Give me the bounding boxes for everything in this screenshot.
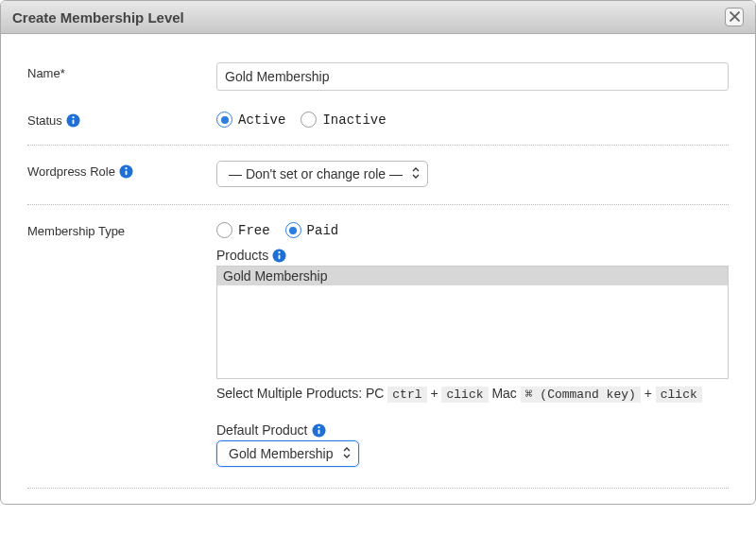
close-button[interactable] xyxy=(725,8,744,26)
label-name: Name* xyxy=(27,62,216,80)
multiselect-hint: Select Multiple Products: PC ctrl + clic… xyxy=(216,383,729,405)
svg-rect-10 xyxy=(318,429,319,434)
status-active-label: Active xyxy=(238,112,285,128)
dialog-title: Create Membership Level xyxy=(12,9,184,26)
membership-type-radio-group: Free Paid xyxy=(216,220,729,238)
dialog: Create Membership Level Name* Status xyxy=(0,0,756,505)
kbd-click: click xyxy=(656,387,702,403)
kbd-click: click xyxy=(441,387,488,403)
membership-type-free-label: Free xyxy=(238,223,270,238)
row-status: Status Active Inactive xyxy=(27,100,729,146)
label-wordpress-role: Wordpress Role xyxy=(27,164,115,179)
hint-text: Mac xyxy=(489,386,521,401)
membership-type-free-radio[interactable]: Free xyxy=(216,222,270,238)
label-membership-type: Membership Type xyxy=(27,224,125,238)
row-membership-type: Membership Type Free Paid Products xyxy=(27,211,729,489)
label-status: Status xyxy=(27,113,62,128)
svg-point-8 xyxy=(279,251,281,253)
svg-rect-7 xyxy=(279,254,281,259)
info-icon[interactable] xyxy=(66,113,80,128)
dialog-body: Name* Status Active xyxy=(1,34,755,504)
wordpress-role-select[interactable]: — Don't set or change role — xyxy=(216,161,428,187)
radio-icon xyxy=(301,112,317,128)
status-radio-group: Active Inactive xyxy=(216,110,729,128)
product-option[interactable]: Gold Membership xyxy=(217,267,728,285)
info-icon[interactable] xyxy=(272,249,286,263)
label-default-product: Default Product xyxy=(216,422,308,438)
row-wordpress-role: Wordpress Role — Don't set or change rol… xyxy=(27,151,729,205)
info-icon[interactable] xyxy=(312,423,326,438)
kbd-ctrl: ctrl xyxy=(387,387,426,403)
status-active-radio[interactable]: Active xyxy=(216,112,285,128)
kbd-cmd: ⌘ (Command key) xyxy=(521,387,641,403)
row-name: Name* xyxy=(27,53,729,100)
svg-rect-1 xyxy=(72,120,74,125)
radio-icon xyxy=(216,222,232,238)
label-products: Products xyxy=(216,248,268,263)
svg-point-2 xyxy=(72,116,74,118)
membership-type-paid-label: Paid xyxy=(307,223,339,238)
membership-type-paid-radio[interactable]: Paid xyxy=(285,222,339,238)
svg-point-11 xyxy=(318,426,319,428)
close-icon xyxy=(730,11,740,24)
status-inactive-radio[interactable]: Inactive xyxy=(301,112,386,128)
hint-text: + xyxy=(427,386,442,401)
radio-icon xyxy=(216,112,232,128)
radio-icon xyxy=(285,222,301,238)
chevron-updown-icon xyxy=(343,446,351,461)
default-product-select[interactable]: Gold Membership xyxy=(216,440,359,467)
name-input[interactable] xyxy=(216,62,729,91)
hint-text: + xyxy=(641,386,656,401)
svg-point-5 xyxy=(125,167,127,169)
dialog-header: Create Membership Level xyxy=(1,1,755,34)
info-icon[interactable] xyxy=(119,164,133,179)
svg-rect-4 xyxy=(126,171,128,176)
wordpress-role-selected: — Don't set or change role — xyxy=(229,166,403,181)
hint-text: Select Multiple Products: PC xyxy=(216,386,384,401)
status-inactive-label: Inactive xyxy=(322,112,386,128)
chevron-updown-icon xyxy=(412,166,420,181)
products-multiselect[interactable]: Gold Membership xyxy=(216,266,729,379)
default-product-selected: Gold Membership xyxy=(229,446,334,461)
